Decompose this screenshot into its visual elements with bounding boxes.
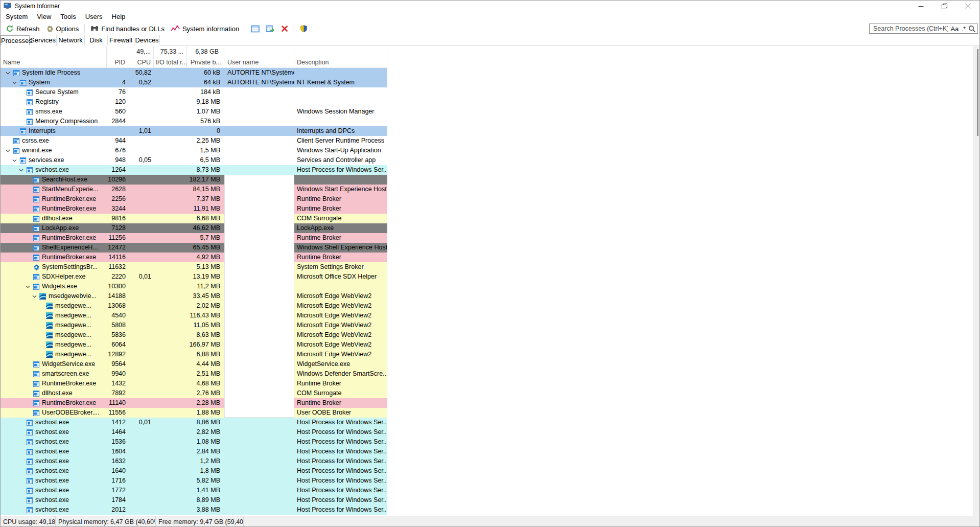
find-window-button[interactable] <box>248 24 263 34</box>
process-row[interactable]: RuntimeBroker.exe14324,68 MBRuntime Brok… <box>1 379 387 388</box>
process-row[interactable]: svchost.exe16401,8 MBHost Process for Wi… <box>1 466 387 476</box>
find-handles-button[interactable]: Find handles or DLLs <box>87 23 168 34</box>
tab-processes[interactable]: Processes <box>1 35 30 45</box>
process-row[interactable]: SDXHelper.exe22200,0113,19 MBMicrosoft O… <box>1 272 387 282</box>
cell-desc: LockApp.exe <box>294 223 387 233</box>
menu-item-system[interactable]: System <box>1 12 32 22</box>
options-button[interactable]: Options <box>43 24 82 34</box>
cell-pid: 1784 <box>107 495 128 505</box>
process-row[interactable]: RuntimeBroker.exe141164,92 MBRuntime Bro… <box>1 253 387 262</box>
column-header-name[interactable]: Name <box>1 46 107 68</box>
find-window-thread-button[interactable] <box>263 24 278 34</box>
process-row[interactable]: msedgewe...128926,88 MBMicrosoft Edge We… <box>1 350 387 359</box>
cell-priv: 1,41 MB <box>186 486 224 495</box>
expand-chevron-icon[interactable] <box>12 159 19 162</box>
process-row[interactable]: msedgewe...58368,63 MBMicrosoft Edge Web… <box>1 330 387 340</box>
menu-item-view[interactable]: View <box>32 12 56 22</box>
process-row[interactable]: svchost.exe16042,84 MBHost Process for W… <box>1 447 387 456</box>
column-header-priv[interactable]: 6,38 GBPrivate b... <box>186 46 224 68</box>
menu-item-users[interactable]: Users <box>81 12 107 22</box>
tab-firewall[interactable]: Firewall <box>108 35 134 45</box>
process-row[interactable]: msedgewe...130682,02 MBMicrosoft Edge We… <box>1 301 387 311</box>
process-row[interactable]: msedgewe...6064166,97 MBMicrosoft Edge W… <box>1 340 387 350</box>
process-row[interactable]: svchost.exe14120,018,86 MBHost Process f… <box>1 418 387 427</box>
process-row[interactable]: System Idle Process50,8260 kBAUTORITE NT… <box>1 68 387 78</box>
find-window-kill-button[interactable] <box>278 24 291 34</box>
process-row[interactable]: System40,5264 kBAUTORITE NT\SystèmeNT Ke… <box>1 78 387 87</box>
process-row[interactable]: RuntimeBroker.exe111402,28 MBRuntime Bro… <box>1 398 387 408</box>
cell-desc: COM Surrogate <box>294 214 387 223</box>
process-row[interactable]: svchost.exe12648,73 MBHost Process for W… <box>1 165 387 175</box>
refresh-button[interactable]: Refresh <box>3 23 43 34</box>
process-row[interactable]: SystemSettingsBr...116325,13 MBSystem Se… <box>1 262 387 272</box>
cell-pid: 7128 <box>107 223 128 233</box>
expand-chevron-icon[interactable] <box>26 285 33 288</box>
tab-devices[interactable]: Devices <box>134 35 160 45</box>
process-row[interactable]: dllhost.exe98166,68 MBCOM Surrogate <box>1 214 387 223</box>
column-header-io[interactable]: 75,33 ...I/O total r... <box>154 46 186 68</box>
match-case-toggle[interactable]: Aa <box>950 25 959 33</box>
tab-services[interactable]: Services <box>30 35 57 45</box>
process-row[interactable]: smss.exe5601,07 MBWindows Session Manage… <box>1 107 387 117</box>
process-row[interactable]: Secure System76184 kB <box>1 87 387 97</box>
process-row[interactable]: services.exe9480,056,5 MBServices and Co… <box>1 155 387 165</box>
process-row[interactable]: smartscreen.exe99402,51 MBWindows Defend… <box>1 369 387 379</box>
column-header-user[interactable]: User name <box>224 46 294 68</box>
process-row[interactable]: RuntimeBroker.exe112565,7 MBRuntime Brok… <box>1 233 387 243</box>
minimize-button[interactable] <box>909 1 932 12</box>
cell-priv: 3,88 MB <box>186 505 224 515</box>
process-row[interactable]: Registry1209,18 MB <box>1 97 387 107</box>
process-row[interactable]: dllhost.exe78922,76 MBCOM Surrogate <box>1 388 387 398</box>
column-header-desc[interactable]: Description <box>294 46 387 68</box>
system-information-button[interactable]: System information <box>168 24 242 34</box>
process-row[interactable]: msedgewe...4540116,43 MBMicrosoft Edge W… <box>1 311 387 320</box>
process-row[interactable]: Interrupts1,010Interrupts and DPCs <box>1 126 387 136</box>
process-row[interactable]: wininit.exe6761,5 MBWindows Start-Up App… <box>1 146 387 155</box>
vertical-scrollbar[interactable] <box>973 46 980 516</box>
process-row[interactable]: svchost.exe14642,82 MBHost Process for W… <box>1 427 387 437</box>
menu-item-tools[interactable]: Tools <box>56 12 80 22</box>
process-row[interactable]: svchost.exe17721,41 MBHost Process for W… <box>1 486 387 495</box>
process-row[interactable]: RuntimeBroker.exe22567,37 MBRuntime Brok… <box>1 194 387 204</box>
tab-network[interactable]: Network <box>57 35 85 45</box>
close-button[interactable] <box>956 1 979 12</box>
process-name: msedgewe... <box>55 350 91 359</box>
process-row[interactable]: svchost.exe15361,08 MBHost Process for W… <box>1 437 387 447</box>
cell-priv: 2,51 MB <box>186 369 224 379</box>
search-input[interactable]: Search Processes (Ctrl+K) Aa .* <box>869 24 978 34</box>
expand-chevron-icon[interactable] <box>12 81 19 84</box>
process-row[interactable]: ShellExperienceH...1247265,45 MBWindows … <box>1 243 387 253</box>
process-row[interactable]: Widgets.exe1030011,2 MB <box>1 282 387 291</box>
process-row[interactable]: svchost.exe17165,82 MBHost Process for W… <box>1 476 387 486</box>
process-row[interactable]: msedgewe...580811,05 MBMicrosoft Edge We… <box>1 320 387 330</box>
regex-toggle[interactable]: .* <box>961 25 966 33</box>
column-header-cpu[interactable]: 49,...CPU <box>128 46 154 68</box>
cell-desc: Microsoft Edge WebView2 <box>294 340 387 350</box>
search-icon[interactable] <box>968 25 975 32</box>
cell-priv: 2,82 MB <box>186 427 224 437</box>
expand-chevron-icon[interactable] <box>19 169 26 172</box>
expand-chevron-icon[interactable] <box>32 295 39 298</box>
scrollbar-thumb[interactable] <box>977 49 978 136</box>
process-row[interactable]: Memory Compression2844576 kB <box>1 117 387 126</box>
process-row[interactable]: msedgewebvie...1418833,45 MBMicrosoft Ed… <box>1 291 387 301</box>
process-row[interactable]: StartMenuExperie...262884,15 MBWindows S… <box>1 185 387 194</box>
process-row[interactable]: svchost.exe20123,88 MBHost Process for W… <box>1 505 387 515</box>
elevation-shield-button[interactable] <box>297 23 311 34</box>
cell-desc: Runtime Broker <box>294 379 387 388</box>
process-row[interactable]: WidgetService.exe95644,44 MBWidgetServic… <box>1 359 387 369</box>
cell-pid: 11256 <box>107 233 128 243</box>
process-row[interactable]: svchost.exe16321,2 MBHost Process for Wi… <box>1 456 387 466</box>
tab-disk[interactable]: Disk <box>85 35 108 45</box>
column-header-pid[interactable]: PID <box>107 46 128 68</box>
process-row[interactable]: UserOOBEBroker....115561,88 MBUser OOBE … <box>1 408 387 418</box>
process-row[interactable]: LockApp.exe712846,62 MBLockApp.exe <box>1 223 387 233</box>
restore-button[interactable] <box>932 1 956 12</box>
process-row[interactable]: csrss.exe9442,25 MBClient Server Runtime… <box>1 136 387 146</box>
process-row[interactable]: svchost.exe17848,89 MBHost Process for W… <box>1 495 387 505</box>
expand-chevron-icon[interactable] <box>6 149 13 152</box>
expand-chevron-icon[interactable] <box>6 72 13 75</box>
process-row[interactable]: SearchHost.exe10296182,17 MB <box>1 175 387 185</box>
menu-item-help[interactable]: Help <box>107 12 130 22</box>
process-row[interactable]: RuntimeBroker.exe324411,91 MBRuntime Bro… <box>1 204 387 214</box>
